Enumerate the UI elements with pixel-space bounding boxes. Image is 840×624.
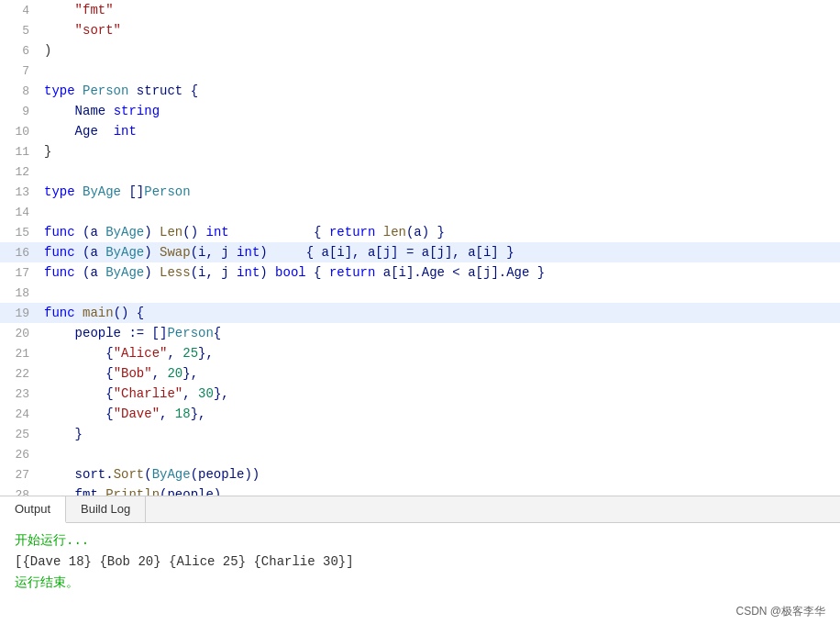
token: ByAge bbox=[152, 467, 191, 482]
line-number: 15 bbox=[0, 223, 44, 243]
token: } bbox=[44, 427, 83, 441]
output-panel: Output Build Log 开始运行... [{Dave 18} {Bob… bbox=[0, 496, 840, 624]
token: Len bbox=[160, 225, 182, 240]
token: 20 bbox=[167, 366, 182, 381]
code-line: 12 bbox=[0, 162, 840, 182]
code-line: 8type Person struct { bbox=[0, 81, 840, 101]
token: Swap bbox=[160, 245, 191, 260]
token: string bbox=[114, 104, 160, 118]
token: (people)) bbox=[191, 467, 260, 482]
token: ( bbox=[144, 467, 151, 482]
output-content: 开始运行... [{Dave 18} {Bob 20} {Alice 25} {… bbox=[0, 523, 840, 600]
token: Println bbox=[105, 487, 160, 496]
token: ByAge bbox=[105, 265, 144, 280]
code-line: 7 bbox=[0, 61, 840, 81]
token bbox=[375, 225, 382, 240]
token: ByAge bbox=[83, 184, 121, 199]
token: . bbox=[105, 467, 113, 482]
token: [] bbox=[121, 184, 144, 199]
token: struct { bbox=[128, 84, 198, 98]
token: () bbox=[182, 225, 205, 240]
token: { bbox=[214, 326, 221, 340]
token: (a bbox=[75, 245, 106, 260]
code-line: 19func main() { bbox=[0, 303, 840, 323]
token: Person bbox=[83, 84, 128, 98]
code-line: 9 Name string bbox=[0, 101, 840, 121]
code-line: 18 bbox=[0, 283, 840, 303]
token: int bbox=[237, 245, 260, 260]
code-line: 15func (a ByAge) Len() int { return len(… bbox=[0, 222, 840, 242]
watermark-text: CSDN @极客李华 bbox=[735, 604, 825, 619]
line-content: type ByAge []Person bbox=[44, 182, 840, 202]
line-number: 23 bbox=[0, 384, 44, 405]
line-number: 27 bbox=[0, 465, 44, 485]
token: func bbox=[44, 245, 75, 260]
line-number: 12 bbox=[0, 162, 44, 183]
line-number: 6 bbox=[0, 41, 44, 61]
token: func bbox=[44, 265, 75, 280]
line-number: 25 bbox=[0, 425, 44, 445]
token: (a) } bbox=[406, 225, 445, 240]
token: }, bbox=[214, 386, 229, 401]
token: (a bbox=[75, 225, 106, 240]
output-result-text: [{Dave 18} {Bob 20} {Alice 25} {Charlie … bbox=[15, 554, 825, 569]
token: people := [] bbox=[44, 326, 167, 340]
code-line: 21 {"Alice", 25}, bbox=[0, 343, 840, 363]
line-number: 21 bbox=[0, 344, 44, 364]
line-number: 5 bbox=[0, 21, 44, 41]
token: fmt bbox=[44, 487, 98, 496]
token bbox=[75, 306, 83, 320]
line-content: people := []Person{ bbox=[44, 323, 840, 343]
token: (i, j bbox=[191, 245, 237, 260]
line-number: 26 bbox=[0, 445, 44, 465]
token: , bbox=[152, 366, 168, 381]
token: Person bbox=[167, 326, 213, 340]
token: ByAge bbox=[105, 225, 144, 240]
tab-output[interactable]: Output bbox=[0, 496, 66, 523]
output-footer: CSDN @极客李华 bbox=[0, 600, 840, 623]
line-content: ) bbox=[44, 40, 840, 61]
code-line: 13type ByAge []Person bbox=[0, 182, 840, 202]
token: "Charlie" bbox=[114, 386, 183, 401]
token: }, bbox=[182, 366, 198, 381]
token: ) bbox=[260, 265, 275, 280]
code-line: 22 {"Bob", 20}, bbox=[0, 363, 840, 384]
code-line: 6) bbox=[0, 40, 840, 61]
token: return bbox=[329, 225, 375, 240]
token: main bbox=[83, 306, 114, 320]
token: (a bbox=[75, 265, 106, 280]
tab-buildlog[interactable]: Build Log bbox=[66, 496, 146, 522]
token: ) bbox=[144, 225, 160, 240]
line-content: "sort" bbox=[44, 20, 840, 40]
output-end-text: 运行结束。 bbox=[15, 574, 825, 591]
line-content: Age int bbox=[44, 121, 840, 141]
token: a[i].Age < a[j].Age } bbox=[375, 265, 545, 280]
line-number: 7 bbox=[0, 61, 44, 82]
line-number: 16 bbox=[0, 243, 44, 263]
line-content: "fmt" bbox=[44, 0, 840, 20]
line-content: } bbox=[44, 141, 840, 162]
line-content: func (a ByAge) Swap(i, j int) { a[i], a[… bbox=[44, 242, 840, 262]
token: { bbox=[44, 346, 114, 361]
code-line: 26 bbox=[0, 444, 840, 464]
token: int bbox=[114, 124, 137, 139]
token: , bbox=[160, 407, 175, 421]
code-line: 10 Age int bbox=[0, 121, 840, 141]
code-line: 14 bbox=[0, 202, 840, 222]
output-start-text: 开始运行... bbox=[15, 532, 825, 549]
line-content: type Person struct { bbox=[44, 81, 840, 101]
token: 18 bbox=[175, 407, 191, 421]
token: ByAge bbox=[105, 245, 144, 260]
token: "Bob" bbox=[114, 366, 152, 381]
code-line: 20 people := []Person{ bbox=[0, 323, 840, 343]
token: sort bbox=[44, 467, 105, 482]
line-content: func main() { bbox=[44, 303, 840, 323]
token: ) bbox=[144, 245, 160, 260]
token: type bbox=[44, 84, 83, 98]
token: (people) bbox=[160, 487, 221, 496]
token: ) bbox=[44, 43, 51, 58]
token: { bbox=[44, 407, 114, 421]
code-line: 11} bbox=[0, 141, 840, 162]
token: Person bbox=[144, 184, 190, 199]
token: Name bbox=[44, 104, 114, 118]
